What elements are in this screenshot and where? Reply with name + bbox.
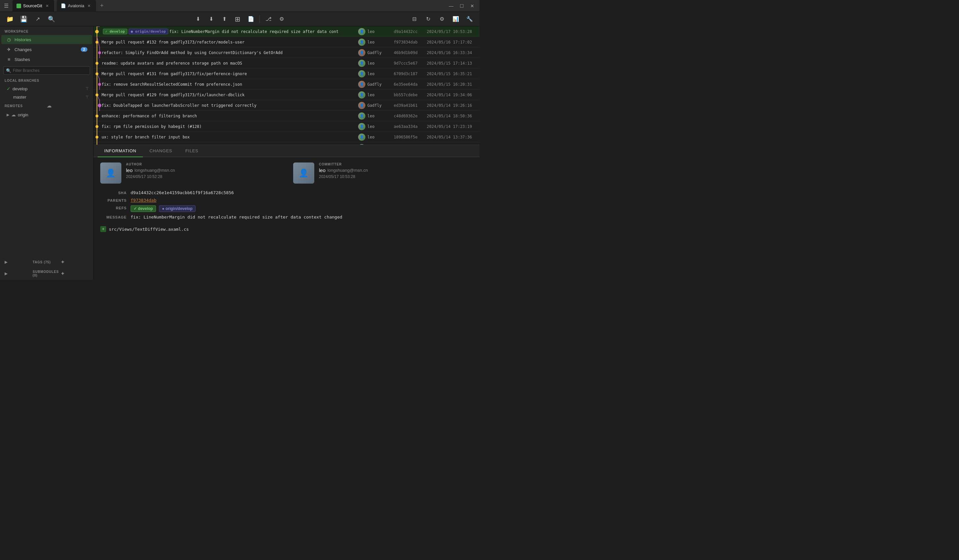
tags-add-icon[interactable]: ✦ — [61, 259, 89, 265]
maximize-button[interactable]: ☐ — [457, 1, 466, 11]
settings-button[interactable]: ⚙ — [436, 13, 448, 25]
table-row[interactable]: fix: rpm file permission by habegit (#12… — [94, 121, 480, 132]
tags-expand-icon: ▶ — [5, 260, 33, 264]
table-row[interactable]: enhance: performance of filtering branch… — [94, 111, 480, 121]
submodules-section[interactable]: ▶ SUBMODULES (0) ✦ — [0, 267, 93, 280]
tools-button[interactable]: 🔧 — [464, 13, 476, 25]
search-button[interactable]: 🔍 — [46, 13, 57, 25]
open-folder-button[interactable]: 📁 — [4, 13, 16, 25]
sourcegit-tab-close[interactable]: ✕ — [44, 3, 50, 9]
graph-segment-0 — [94, 26, 102, 37]
commit-message-2: refactor: Simplify FindOrAdd method by u… — [102, 51, 356, 55]
table-row[interactable]: feature: supports filter displayed branc… — [94, 142, 480, 145]
tab-changes[interactable]: CHANGES — [143, 145, 179, 157]
author-committer-section: 👤 AUTHOR leo longshuang@msn.cn 2024/05/1… — [100, 162, 473, 184]
stash-button[interactable]: ⊞ — [232, 13, 244, 25]
branch-develop-label: develop — [13, 86, 83, 91]
sidebar-item-stashes[interactable]: ≡ Stashes — [1, 55, 92, 64]
main-area: WORKSPACE ◷ Histories ✈ Changes 2 ≡ Stas… — [0, 26, 480, 280]
tab-sourcegit[interactable]: SourceGit ✕ — [13, 0, 54, 12]
message-row: MESSAGE fix: LineNumberMargin did not re… — [100, 215, 473, 220]
svg-point-16 — [98, 83, 101, 86]
table-row[interactable]: fix: DoubleTapped on launcherTabsScrolle… — [94, 100, 480, 111]
sourcegit-tab-icon — [16, 4, 21, 8]
author-info: AUTHOR leo longshuang@msn.cn 2024/05/17 … — [126, 162, 280, 179]
commit-message-9: fix: rpm file permission by habegit (#12… — [102, 124, 356, 129]
remotes-add-icon[interactable]: ☁ — [47, 103, 89, 108]
commit-sha-8: c48d69362e — [394, 114, 427, 118]
commit-author-2: Gadfly — [367, 51, 394, 55]
commit-avatar-4: 👤 — [358, 70, 365, 78]
refs-label: REFS — [100, 205, 127, 210]
parents-link[interactable]: f973834dab — [131, 198, 156, 203]
filter-search-icon: 🔍 — [6, 68, 11, 73]
branch-develop[interactable]: ✓ develop ⊤ — [0, 84, 93, 93]
file-row-0[interactable]: + src/Views/TextDiffView.axaml.cs — [100, 225, 473, 233]
graph-segment-11 — [94, 142, 102, 145]
changes-icon: ✈ — [6, 47, 12, 52]
close-button[interactable]: ✕ — [468, 1, 477, 11]
commit-date-5: 2024/05/15 16:20:31 — [427, 82, 480, 87]
refs-values: ✓ develop ● origin/develop — [131, 205, 198, 212]
menu-icon[interactable]: ☰ — [3, 1, 10, 10]
author-name: leo — [126, 167, 132, 173]
table-row[interactable]: Merge pull request #131 from gadfly3173/… — [94, 68, 480, 79]
sidebar-item-changes[interactable]: ✈ Changes 2 — [1, 45, 92, 54]
detail-content: 👤 AUTHOR leo longshuang@msn.cn 2024/05/1… — [94, 157, 480, 280]
pull-button[interactable]: ⬇ — [206, 13, 217, 25]
ref-local-develop: ✓ develop — [131, 205, 156, 212]
table-row[interactable]: Merge pull request #132 from gadfly3173/… — [94, 37, 480, 48]
svg-point-5 — [96, 41, 98, 43]
commit-avatar-7: 👤 — [358, 102, 365, 109]
commit-avatar-2: 👤 — [358, 49, 365, 56]
commit-author-5: Gadfly — [367, 82, 394, 87]
push-button[interactable]: ⬆ — [219, 13, 231, 25]
tab-information[interactable]: INFORMATION — [98, 145, 143, 157]
local-branches-header: LOCAL BRANCHES — [0, 77, 93, 84]
table-row[interactable]: readme: update avatars and preference st… — [94, 58, 480, 68]
merge-button[interactable]: ⚙ — [276, 13, 288, 25]
avalonia-tab-close[interactable]: ✕ — [86, 3, 92, 9]
tab-avalonia[interactable]: 📄 Avalonia ✕ — [57, 0, 96, 12]
branch-master-filter-icon[interactable]: ⊤ — [85, 95, 89, 100]
parents-row: PARENTS f973834dab — [100, 198, 473, 203]
commit-sha-10: 1896586f5e — [394, 135, 427, 139]
remote-origin[interactable]: ▶ ☁ origin — [0, 110, 93, 119]
branch-develop-filter-icon[interactable]: ⊤ — [85, 86, 89, 91]
branch-button[interactable]: ⎇ — [263, 13, 274, 25]
save-button[interactable]: 💾 — [18, 13, 30, 25]
commit-avatar-5: 👤 — [358, 81, 365, 88]
split-view-button[interactable]: ⊟ — [408, 13, 420, 25]
export-button[interactable]: ↗ — [32, 13, 43, 25]
commit-metadata: SHA d9a14432cc26e1e4159acbb61f9f16a6728c… — [100, 190, 473, 220]
table-row[interactable]: fix: remove SearchResultSelectedCommit f… — [94, 79, 480, 90]
tags-section[interactable]: ▶ TAGS (75) ✦ — [0, 257, 93, 267]
svg-point-13 — [96, 73, 98, 75]
files-section: + src/Views/TextDiffView.axaml.cs — [100, 225, 473, 233]
avalonia-tab-label: Avalonia — [68, 3, 84, 8]
new-tab-button[interactable]: + — [100, 2, 104, 9]
branch-master[interactable]: master ⊤ — [0, 93, 93, 101]
chart-button[interactable]: 📊 — [450, 13, 462, 25]
histories-icon: ◷ — [6, 37, 12, 42]
table-row[interactable]: ✓ develop ● origin/develop fix: LineNumb… — [94, 26, 480, 37]
tab-files[interactable]: FILES — [179, 145, 205, 157]
minimize-button[interactable]: — — [446, 1, 456, 11]
refresh-button[interactable]: ↻ — [422, 13, 434, 25]
table-row[interactable]: ux: style for branch filter input box 👤 … — [94, 132, 480, 142]
sidebar-item-histories[interactable]: ◷ Histories — [1, 35, 92, 44]
table-row[interactable]: refactor: Simplify FindOrAdd method by u… — [94, 48, 480, 58]
commit-list[interactable]: ✓ develop ● origin/develop fix: LineNumb… — [94, 26, 480, 145]
sidebar: WORKSPACE ◷ Histories ✈ Changes 2 ≡ Stas… — [0, 26, 94, 280]
commit-sha-1: f973834dab — [394, 40, 427, 45]
submodules-add-icon[interactable]: ✦ — [61, 271, 89, 276]
submodules-label: SUBMODULES (0) — [33, 270, 61, 277]
toolbar-separator-1 — [260, 15, 260, 23]
filter-branches-input[interactable] — [3, 66, 90, 75]
table-row[interactable]: Merge pull request #129 from gadfly3173/… — [94, 90, 480, 100]
fetch-button[interactable]: ⬇ — [192, 13, 204, 25]
commit-date-8: 2024/05/14 18:50:36 — [427, 114, 480, 118]
commit-date-2: 2024/05/16 16:33:34 — [427, 51, 480, 55]
file-button[interactable]: 📄 — [245, 13, 257, 25]
commit-message-1: Merge pull request #132 from gadfly3173/… — [102, 40, 356, 45]
